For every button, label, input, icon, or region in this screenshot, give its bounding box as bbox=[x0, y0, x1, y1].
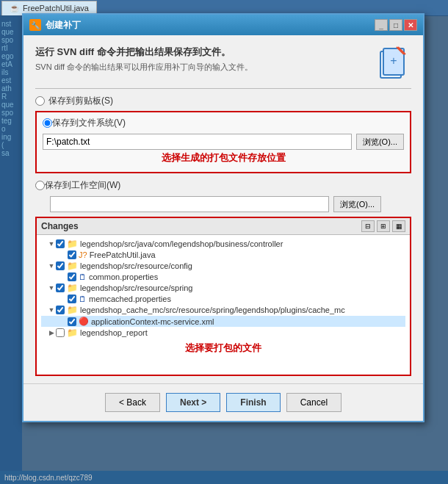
save-filesystem-section: 保存到文件系统(V) 浏览(O)... 选择生成的打包文件存放位置 bbox=[35, 111, 411, 173]
collapse-all-button[interactable]: ⊟ bbox=[361, 220, 375, 232]
tree-item-7: ▼ 📁 legendshop_cache_mc/src/resource/spr… bbox=[41, 304, 405, 316]
checkbox-8[interactable] bbox=[68, 317, 76, 326]
arrow-9: ▶ bbox=[47, 329, 56, 336]
changes-section: Changes ⊟ ⊞ ▦ ▼ 📁 legendshop/src/java/co… bbox=[35, 217, 411, 376]
workspace-path-input[interactable] bbox=[50, 196, 329, 212]
folder-icon-3: 📁 bbox=[67, 261, 78, 271]
tree-label-7: legendshop_cache_mc/src/resource/spring/… bbox=[80, 306, 345, 314]
desc-subtitle: SVN diff 命令的输出结果可以用作应用补丁向导的输入文件。 bbox=[35, 62, 369, 73]
tree-label-2: FreePatchUtil.java bbox=[90, 250, 156, 259]
props-icon-4: 🗒 bbox=[79, 272, 87, 281]
window-controls: _ □ ✕ bbox=[375, 19, 417, 31]
close-button[interactable]: ✕ bbox=[404, 19, 417, 31]
browse-workspace-button[interactable]: 浏览(O)... bbox=[333, 196, 381, 212]
next-button[interactable]: Next > bbox=[166, 393, 220, 412]
dialog-title: 创建补丁 bbox=[46, 19, 375, 32]
workspace-option-row: 保存到工作空间(W) bbox=[35, 179, 411, 192]
create-patch-dialog: 🔧 创建补丁 _ □ ✕ 运行 SVN diff 命令并把输出结果保存到文件。 … bbox=[22, 13, 424, 422]
tree-item-6: 🗒 memcached.properties bbox=[41, 294, 405, 304]
checkbox-5[interactable] bbox=[56, 283, 65, 292]
folder-icon-7: 📁 bbox=[67, 305, 78, 315]
tree-item-9: ▶ 📁 legendshop_report bbox=[41, 327, 405, 339]
status-text: http://blog.csdn.net/qzc789 bbox=[4, 474, 93, 482]
xml-icon-8: 🔴 bbox=[79, 317, 89, 326]
tree-label-3: legendshop/src/resource/config bbox=[80, 261, 192, 270]
back-button[interactable]: < Back bbox=[105, 393, 160, 412]
checkbox-4[interactable] bbox=[68, 272, 76, 281]
folder-icon-1: 📁 bbox=[67, 239, 78, 249]
checkbox-7[interactable] bbox=[56, 306, 65, 314]
changes-title: Changes bbox=[41, 221, 361, 231]
tab-label: FreePatchUtil.java bbox=[23, 4, 89, 12]
tree-item-2: J? FreePatchUtil.java bbox=[41, 250, 405, 260]
filter-button[interactable]: ▦ bbox=[392, 220, 405, 232]
file-path-input[interactable] bbox=[43, 134, 352, 150]
checkbox-9[interactable] bbox=[56, 328, 65, 337]
tree-label-8: applicationContext-mc-service.xml bbox=[91, 317, 214, 326]
checkbox-6[interactable] bbox=[68, 295, 76, 303]
changes-tree[interactable]: ▼ 📁 legendshop/src/java/com/legendshop/b… bbox=[37, 235, 410, 375]
clipboard-radio[interactable] bbox=[35, 96, 45, 106]
tree-label-6: memcached.properties bbox=[89, 295, 171, 303]
divider bbox=[35, 88, 411, 89]
arrow-5: ▼ bbox=[47, 284, 56, 292]
workspace-label: 保存到工作空间(W) bbox=[45, 179, 120, 192]
minimize-button[interactable]: _ bbox=[375, 19, 388, 31]
tree-item-4: 🗒 common.properties bbox=[41, 272, 405, 282]
maximize-button[interactable]: □ bbox=[389, 19, 402, 31]
java-file-icon: ☕ bbox=[10, 4, 20, 13]
tree-label-4: common.properties bbox=[89, 272, 158, 281]
checkbox-3[interactable] bbox=[56, 261, 65, 270]
clipboard-label: 保存到剪贴板(S) bbox=[48, 95, 113, 107]
patch-icon: + bbox=[376, 46, 411, 81]
tree-label-9: legendshop_report bbox=[80, 328, 148, 337]
filesystem-radio-row: 保存到文件系统(V) bbox=[43, 117, 404, 129]
tree-item-8: 🔴 applicationContext-mc-service.xml bbox=[41, 316, 405, 327]
dialog-titlebar: 🔧 创建补丁 _ □ ✕ bbox=[24, 15, 423, 35]
tree-label-5: legendshop/src/resource/spring bbox=[80, 283, 192, 292]
tree-annotation: 选择要打包的文件 bbox=[41, 339, 405, 358]
filesystem-label: 保存到文件系统(V) bbox=[52, 117, 126, 129]
finish-button[interactable]: Finish bbox=[226, 393, 280, 412]
file-path-row: 浏览(O)... bbox=[43, 134, 404, 150]
clipboard-option-row: 保存到剪贴板(S) bbox=[35, 95, 411, 107]
dialog-body: 运行 SVN diff 命令并把输出结果保存到文件。 SVN diff 命令的输… bbox=[24, 35, 423, 383]
changes-toolbar: ⊟ ⊞ ▦ bbox=[361, 220, 405, 232]
java-icon-2: J? bbox=[79, 250, 87, 259]
filesystem-radio[interactable] bbox=[43, 118, 52, 128]
props-icon-6: 🗒 bbox=[79, 295, 87, 303]
desc-title: 运行 SVN diff 命令并把输出结果保存到文件。 bbox=[35, 46, 369, 59]
expand-all-button[interactable]: ⊞ bbox=[377, 220, 390, 232]
browse-file-button[interactable]: 浏览(O)... bbox=[356, 134, 404, 150]
tree-item-5: ▼ 📁 legendshop/src/resource/spring bbox=[41, 282, 405, 294]
description-text: 运行 SVN diff 命令并把输出结果保存到文件。 SVN diff 命令的输… bbox=[35, 46, 369, 73]
changes-header: Changes ⊟ ⊞ ▦ bbox=[37, 218, 410, 235]
arrow-3: ▼ bbox=[47, 262, 56, 270]
svg-text:+: + bbox=[390, 54, 397, 67]
checkbox-1[interactable] bbox=[56, 239, 65, 248]
workspace-path-row: 浏览(O)... bbox=[50, 196, 411, 212]
status-bar: http://blog.csdn.net/qzc789 bbox=[0, 471, 448, 484]
arrow-7: ▼ bbox=[47, 306, 56, 314]
folder-icon-5: 📁 bbox=[67, 283, 78, 293]
description-area: 运行 SVN diff 命令并把输出结果保存到文件。 SVN diff 命令的输… bbox=[35, 46, 411, 81]
file-annotation: 选择生成的打包文件存放位置 bbox=[43, 151, 404, 165]
left-code-panel: nst que spo rtI ego etA ils est ath R qu… bbox=[0, 16, 22, 484]
tree-label-1: legendshop/src/java/com/legendshop/busin… bbox=[80, 239, 283, 248]
folder-icon-9: 📁 bbox=[67, 328, 78, 338]
cancel-button[interactable]: Cancel bbox=[286, 393, 342, 412]
dialog-title-icon: 🔧 bbox=[29, 19, 41, 31]
arrow-1: ▼ bbox=[47, 240, 56, 248]
dialog-footer: < Back Next > Finish Cancel bbox=[24, 383, 423, 421]
tree-item-3: ▼ 📁 legendshop/src/resource/config bbox=[41, 260, 405, 272]
tree-item-1: ▼ 📁 legendshop/src/java/com/legendshop/b… bbox=[41, 238, 405, 250]
checkbox-2[interactable] bbox=[68, 250, 76, 259]
workspace-radio[interactable] bbox=[35, 181, 45, 190]
save-options: 保存到剪贴板(S) 保存到文件系统(V) 浏览(O)... 选择生成的打包文件存… bbox=[35, 95, 411, 212]
